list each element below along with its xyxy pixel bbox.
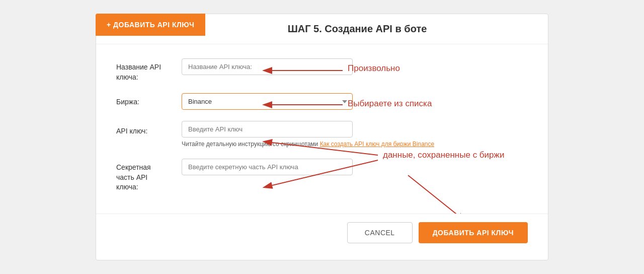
secret-key-row: Секретная часть API ключа:	[116, 159, 528, 192]
api-key-input[interactable]	[182, 121, 353, 138]
form-body: Название API ключа: Биржа: Binance Bybit…	[96, 44, 548, 214]
add-label: ДОБАВИТЬ API КЛЮЧ	[433, 229, 514, 237]
page-wrapper: + ДОБАВИТЬ API КЛЮЧ ШАГ 5. Создание API …	[0, 0, 644, 274]
secret-key-input[interactable]	[182, 159, 353, 175]
secret-key-input-wrap	[182, 159, 353, 175]
hint-link[interactable]: Как создать API ключ для биржи Binance	[320, 141, 435, 148]
form-footer: CANCEL ДОБАВИТЬ API КЛЮЧ	[96, 214, 548, 253]
api-key-hint: Читайте детальную инструкцию со скриншот…	[182, 141, 434, 148]
api-name-input-wrap	[182, 58, 353, 75]
add-api-button-label: + ДОБАВИТЬ API КЛЮЧ	[107, 21, 194, 29]
exchange-select-wrap: Binance Bybit OKX Huobi	[182, 93, 353, 110]
api-name-input[interactable]	[182, 58, 353, 75]
add-api-button[interactable]: + ДОБАВИТЬ API КЛЮЧ	[96, 14, 205, 36]
secret-key-label: Секретная часть API ключа:	[116, 159, 182, 192]
api-name-label: Название API ключа:	[116, 58, 182, 82]
api-key-row: API ключ: Читайте детальную инструкцию с…	[116, 121, 528, 148]
cancel-button[interactable]: CANCEL	[347, 222, 413, 243]
hint-text: Читайте детальную инструкцию со скриншот…	[182, 141, 320, 148]
api-key-input-wrap	[182, 121, 353, 138]
main-container: + ДОБАВИТЬ API КЛЮЧ ШАГ 5. Создание API …	[96, 14, 548, 260]
exchange-row: Биржа: Binance Bybit OKX Huobi	[116, 93, 528, 110]
exchange-select[interactable]: Binance Bybit OKX Huobi	[182, 93, 353, 110]
exchange-label: Биржа:	[116, 93, 182, 107]
add-api-key-button[interactable]: ДОБАВИТЬ API КЛЮЧ	[419, 222, 528, 243]
api-name-row: Название API ключа:	[116, 58, 528, 82]
title-text: ШАГ 5. Создание API в боте	[288, 23, 427, 34]
cancel-label: CANCEL	[365, 229, 395, 237]
api-key-label: API ключ:	[116, 122, 182, 136]
